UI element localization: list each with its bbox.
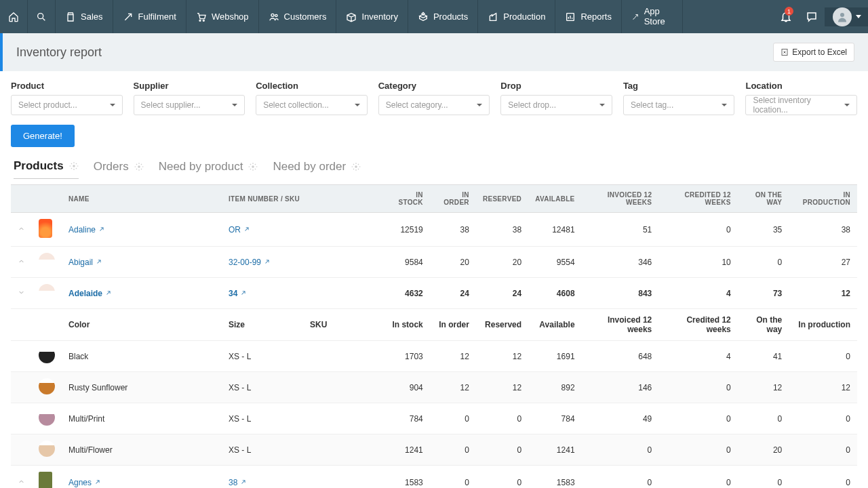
col-name[interactable]: NAME <box>62 185 222 213</box>
col-ontheway[interactable]: ON THE WAY <box>738 185 789 213</box>
nav-production[interactable]: Production <box>478 0 555 33</box>
variant-thumb <box>39 347 55 363</box>
nav-webshop[interactable]: Webshop <box>186 0 259 33</box>
col-invoiced[interactable]: INVOICED 12 WEEKS <box>582 185 659 213</box>
svg-point-8 <box>73 165 75 167</box>
top-nav: Sales Fulfilment Webshop Customers Inven… <box>0 0 868 33</box>
col-inprod[interactable]: IN PRODUCTION <box>789 185 857 213</box>
export-excel-button[interactable]: Export to Excel <box>773 43 854 62</box>
tag-select[interactable]: Select tag... <box>623 95 735 115</box>
svg-point-11 <box>355 165 357 168</box>
gear-icon[interactable] <box>134 162 144 171</box>
sku-link[interactable]: 34 <box>229 289 246 298</box>
sku-link[interactable]: OR <box>229 225 250 235</box>
product-link[interactable]: Agnes <box>68 478 100 487</box>
chevron-down-icon <box>856 15 861 18</box>
product-thumb <box>39 219 52 238</box>
category-select[interactable]: Select category... <box>378 95 490 115</box>
avatar <box>833 7 852 26</box>
filter-label-category: Category <box>378 81 490 91</box>
expand-toggle[interactable] <box>18 225 25 232</box>
nav-reports[interactable]: Reports <box>555 0 622 33</box>
col-instock[interactable]: IN STOCK <box>384 185 430 213</box>
report-tabs: Products Orders Need by product Need by … <box>0 159 868 180</box>
gear-icon[interactable] <box>248 162 258 171</box>
nav-inventory[interactable]: Inventory <box>336 0 408 33</box>
gear-icon[interactable] <box>351 162 361 171</box>
chevron-down-icon <box>599 104 605 106</box>
notification-badge: 1 <box>785 7 793 16</box>
table-row: Agnes 38 15830 01583 00 00 <box>11 466 857 489</box>
variant-header-row: Color SizeSKU In stockIn orderReservedAv… <box>11 309 857 341</box>
sku-link[interactable]: 32-00-99 <box>229 258 270 267</box>
nav-fulfilment[interactable]: Fulfilment <box>113 0 186 33</box>
page-header: Inventory report Export to Excel <box>0 33 868 71</box>
tab-need-by-order[interactable]: Need by order <box>273 160 361 179</box>
variant-row: Multi/Flower XS - L 12410 01241 00 200 <box>11 434 857 466</box>
drop-select[interactable]: Select drop... <box>500 95 612 115</box>
product-link[interactable]: Adaline <box>68 225 104 235</box>
col-available[interactable]: AVAILABLE <box>528 185 581 213</box>
search-button[interactable] <box>28 0 56 33</box>
col-credited[interactable]: CREDITED 12 WEEKS <box>658 185 738 213</box>
home-button[interactable] <box>0 0 28 33</box>
nav-sales[interactable]: Sales <box>56 0 113 33</box>
chevron-down-icon <box>110 104 115 106</box>
filter-label-supplier: Supplier <box>134 81 245 91</box>
variant-thumb <box>39 378 55 394</box>
notifications-button[interactable]: 1 <box>773 0 799 33</box>
gear-icon[interactable] <box>69 161 79 171</box>
product-thumb <box>39 253 55 269</box>
collection-select[interactable]: Select collection... <box>256 95 368 115</box>
filters-row: ProductSelect product... SupplierSelect … <box>0 71 868 115</box>
inventory-table: NAME ITEM NUMBER / SKU IN STOCK IN ORDER… <box>11 184 857 488</box>
chat-button[interactable] <box>799 0 825 33</box>
tab-products[interactable]: Products <box>14 159 79 179</box>
location-select[interactable]: Select inventory location... <box>745 95 857 115</box>
expand-toggle[interactable] <box>18 478 25 485</box>
table-row: Abigail 32-00-99 958420 209554 34610 027 <box>11 247 857 278</box>
col-reserved[interactable]: RESERVED <box>476 185 528 213</box>
product-select[interactable]: Select product... <box>11 95 123 115</box>
tab-need-by-product[interactable]: Need by product <box>159 160 258 179</box>
svg-point-0 <box>38 13 43 18</box>
chevron-down-icon <box>232 104 237 106</box>
page-title: Inventory report <box>16 45 102 60</box>
tab-orders[interactable]: Orders <box>94 160 144 179</box>
table-row: Adaline OR 1251938 3812481 510 3538 <box>11 213 857 247</box>
variant-thumb <box>39 409 55 426</box>
table-row: Adelaide 34 463224 244608 8434 7312 <box>11 278 857 309</box>
filter-label-product: Product <box>11 81 123 91</box>
svg-point-3 <box>271 14 274 16</box>
generate-button[interactable]: Generate! <box>11 125 75 147</box>
expand-toggle[interactable] <box>18 258 25 265</box>
nav-products[interactable]: Products <box>408 0 478 33</box>
product-thumb <box>39 284 55 300</box>
filter-label-drop: Drop <box>500 81 612 91</box>
nav-appstore[interactable]: App Store <box>622 0 683 33</box>
svg-point-10 <box>252 165 255 168</box>
expand-toggle[interactable] <box>18 289 25 296</box>
filter-label-tag: Tag <box>623 81 735 91</box>
col-inorder[interactable]: IN ORDER <box>430 185 476 213</box>
svg-point-6 <box>840 13 844 17</box>
product-link[interactable]: Adelaide <box>68 289 111 298</box>
sku-link[interactable]: 38 <box>229 478 246 487</box>
filter-label-collection: Collection <box>256 81 368 91</box>
chevron-down-icon <box>844 104 850 106</box>
variant-row: Multi/Print XS - L 7840 0784 490 00 <box>11 403 857 434</box>
user-menu[interactable] <box>825 7 868 26</box>
product-thumb <box>39 472 52 488</box>
chevron-down-icon <box>477 104 482 106</box>
variant-thumb <box>39 441 55 457</box>
chevron-down-icon <box>722 104 727 106</box>
svg-point-2 <box>203 20 204 21</box>
svg-point-9 <box>138 165 140 168</box>
col-sku[interactable]: ITEM NUMBER / SKU <box>222 185 384 213</box>
supplier-select[interactable]: Select supplier... <box>134 95 245 115</box>
product-link[interactable]: Abigail <box>68 258 102 267</box>
svg-point-1 <box>199 20 201 21</box>
variant-row: Black XS - L 170312 121691 6484 410 <box>11 341 857 372</box>
chevron-down-icon <box>355 104 360 106</box>
nav-customers[interactable]: Customers <box>259 0 337 33</box>
